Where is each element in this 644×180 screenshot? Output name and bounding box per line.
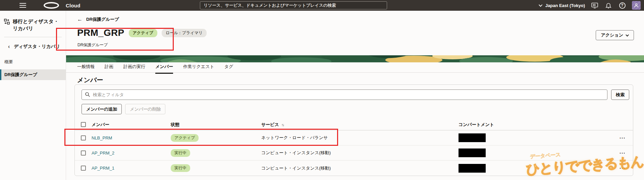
table-row: AP_PRM_2 実行中 コンピュート・インスタンス(移動) ···	[75, 145, 633, 161]
row-checkbox[interactable]	[81, 135, 86, 140]
brand-label: Cloud	[66, 3, 80, 8]
add-member-button[interactable]: メンバーの追加	[82, 104, 122, 114]
members-section-heading: メンバー	[77, 76, 103, 84]
row-status-badge: 実行中	[171, 164, 190, 172]
notifications-bell-icon[interactable]	[604, 1, 612, 9]
tab-tags[interactable]: タグ	[224, 64, 233, 74]
compartment-redaction-box	[459, 133, 486, 142]
row-status-badge: 実行中	[171, 149, 190, 157]
page-title: PRM_GRP	[77, 27, 124, 38]
table-row: AP_PRM_1 実行中 コンピュート・インスタンス(移動) ···	[75, 161, 633, 176]
compartment-redaction-box	[459, 164, 486, 173]
member-link[interactable]: AP_PRM_1	[92, 166, 114, 171]
main-content: ← DR保護グループ PRM_GRP アクティブ ロール：プライマリ DR保護グ…	[66, 11, 644, 180]
search-button[interactable]: 検索	[611, 89, 629, 100]
breadcrumb: ← DR保護グループ	[77, 16, 119, 22]
region-label: Japan East (Tokyo)	[545, 3, 585, 8]
status-badge: アクティブ	[129, 29, 157, 37]
region-selector[interactable]: Japan East (Tokyo)	[540, 3, 585, 8]
sort-icon[interactable]: ↑↓	[281, 123, 284, 127]
remove-member-button[interactable]: メンバーの削除	[125, 104, 165, 114]
select-all-checkbox[interactable]	[81, 122, 86, 127]
member-filter-input[interactable]	[82, 89, 607, 100]
global-search-input[interactable]	[200, 1, 387, 9]
breadcrumb-link[interactable]: DR保護グループ	[86, 16, 119, 22]
row-checkbox[interactable]	[81, 151, 86, 156]
sidebar-item-overview[interactable]: 概要	[0, 57, 66, 67]
row-checkbox[interactable]	[81, 166, 86, 171]
row-actions-menu-icon[interactable]: ···	[620, 135, 626, 141]
left-sidebar: 移行とディザスタ・リカバリ ‹ ディザスタ・リカバリ 概要 DR保護グループ	[0, 11, 66, 180]
tab-general-info[interactable]: 一般情報	[77, 64, 95, 74]
member-link[interactable]: NLB_PRM	[92, 135, 112, 140]
migration-icon	[4, 19, 10, 32]
search-icon	[85, 92, 90, 99]
members-table: メンバー 状態 サービス ↑↓ コンパートメント NLB_PRM アクティブ ネ…	[75, 119, 633, 176]
row-service: コンピュート・インスタンス(移動)	[261, 150, 459, 156]
row-status-badge: アクティブ	[171, 134, 199, 142]
table-row: NLB_PRM アクティブ ネットワーク・ロード・バランサ ···	[75, 130, 633, 145]
row-actions-menu-icon[interactable]: ···	[620, 150, 626, 156]
page-subtitle: DR保護グループ	[77, 42, 108, 48]
user-avatar[interactable]	[632, 1, 641, 10]
cloud-shell-icon[interactable]	[591, 1, 599, 9]
sidebar-section-title: 移行とディザスタ・リカバリ	[0, 11, 66, 32]
column-header-status: 状態	[171, 122, 261, 128]
decorative-banner	[66, 55, 644, 62]
tab-members[interactable]: メンバー	[155, 64, 173, 74]
sidebar-divider	[4, 37, 62, 37]
sidebar-item-dr-protection-groups[interactable]: DR保護グループ	[0, 69, 66, 80]
back-arrow-icon[interactable]: ←	[77, 17, 83, 22]
help-icon[interactable]: ?	[618, 1, 626, 9]
tab-bar: 一般情報 計画 計画の実行 メンバー 作業リクエスト タグ	[77, 64, 233, 74]
row-service: ネットワーク・ロード・バランサ	[261, 135, 459, 141]
sidebar-back-link[interactable]: ‹ ディザスタ・リカバリ	[0, 42, 66, 51]
member-link[interactable]: AP_PRM_2	[92, 151, 114, 156]
table-header-row: メンバー 状態 サービス ↑↓ コンパートメント	[75, 119, 633, 130]
actions-dropdown-button[interactable]: アクション	[596, 30, 634, 40]
row-service: コンピュート・インスタンス(移動)	[261, 165, 459, 171]
column-header-service: サービス	[261, 122, 279, 128]
members-card: 検索 メンバーの追加 メンバーの削除 メンバー 状態 サービス ↑↓ コンパート…	[74, 84, 633, 176]
compartment-redaction-box	[459, 148, 486, 157]
hamburger-menu-icon[interactable]	[19, 3, 26, 8]
chevron-down-icon	[626, 33, 629, 37]
tab-work-requests[interactable]: 作業リクエスト	[183, 64, 214, 74]
top-navigation-bar: Cloud Japan East (Tokyo) ?	[0, 0, 644, 11]
column-header-compartment: コンパートメント	[459, 122, 615, 128]
column-header-member: メンバー	[92, 122, 171, 128]
tab-plans[interactable]: 計画	[105, 64, 113, 74]
row-actions-menu-icon[interactable]: ···	[620, 165, 626, 171]
tab-plan-executions[interactable]: 計画の実行	[123, 64, 145, 74]
role-badge: ロール：プライマリ	[162, 29, 207, 37]
oracle-logo[interactable]	[44, 2, 59, 9]
chevron-down-icon	[539, 3, 542, 7]
chevron-left-icon: ‹	[8, 44, 10, 49]
